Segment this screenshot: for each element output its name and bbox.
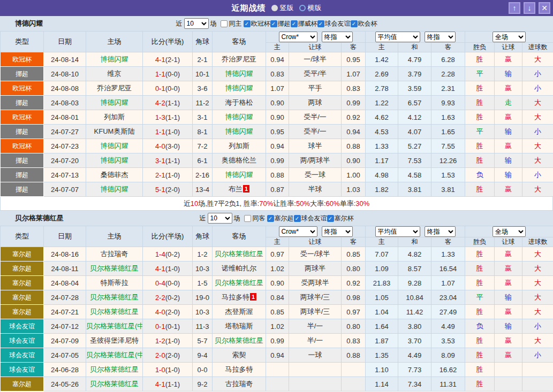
- recent-count-select[interactable]: 10: [208, 213, 232, 224]
- handicap-result-cell: [495, 363, 522, 377]
- recent-count-select[interactable]: 10: [184, 18, 209, 29]
- score-cell: 2-2(0-2): [143, 290, 193, 305]
- recent-label: 近: [200, 214, 206, 223]
- avg-stage-select[interactable]: 终指: [425, 226, 456, 237]
- home-team-cell: 贝尔格莱德红星(中): [86, 319, 143, 334]
- full-time-score: 1-4: [155, 250, 165, 258]
- corner-cell: 5-7: [193, 334, 213, 348]
- half-time-score: (3-0): [165, 142, 180, 150]
- handicap-result-cell: 赢: [495, 139, 522, 153]
- home-team-name: 贝尔格莱德红星(中): [86, 351, 143, 359]
- avg-home-cell: 4.53: [366, 125, 398, 139]
- away-team-name: 马拉多特: [225, 365, 253, 373]
- layout-radio-vertical[interactable]: 竖版: [271, 3, 294, 13]
- avg-away-cell: 2.28: [431, 67, 465, 81]
- half-time-score: (2-1): [165, 56, 180, 64]
- handicap-cell: 受平/半: [289, 67, 342, 81]
- handicap-result-cell: 赢: [495, 182, 522, 197]
- home-odds-cell: [266, 363, 289, 377]
- radio-unselected-icon[interactable]: [299, 5, 306, 11]
- league-label: 挪超: [278, 19, 291, 28]
- avg-stage-select[interactable]: 终指: [425, 32, 456, 42]
- half-time-score: (0-0): [165, 84, 180, 93]
- window-buttons: ↑ ↓ ✕: [509, 2, 550, 14]
- same-venue-checkbox[interactable]: [221, 20, 228, 27]
- full-time-score: 4-1: [155, 56, 165, 64]
- close-button[interactable]: ✕: [539, 2, 550, 14]
- corner-cell: 19-0: [193, 290, 213, 305]
- league-badge: 塞尔超: [1, 262, 43, 275]
- league-checkbox[interactable]: ✓: [267, 215, 274, 222]
- away-team-cell: 贝尔格莱德红星: [213, 276, 266, 290]
- league-type-cell: 挪超: [1, 96, 44, 110]
- half-time-score: (2-0): [165, 308, 180, 316]
- result-cell: 胜: [465, 377, 495, 391]
- scope-select[interactable]: 全场: [493, 32, 526, 42]
- move-up-button[interactable]: ↑: [509, 2, 520, 14]
- league-checkbox[interactable]: ✓: [294, 215, 301, 222]
- league-checkbox[interactable]: ✓: [317, 20, 324, 27]
- home-team-cell: 博德闪耀: [86, 153, 143, 168]
- layout-radio-horizontal[interactable]: 横版: [299, 3, 322, 13]
- bookmaker-select[interactable]: Crow*: [279, 226, 317, 237]
- full-time-score: 1-2: [155, 337, 165, 345]
- check-icon: ✓: [352, 21, 356, 27]
- same-venue-label: 同主: [229, 19, 242, 28]
- same-venue-checkbox[interactable]: [244, 215, 251, 222]
- corner-cell: 7-2: [193, 139, 213, 153]
- full-time-score: 0-1: [155, 84, 165, 93]
- away-odds-cell: 0.98: [342, 290, 366, 305]
- sub-header-avg-home: 主: [366, 237, 398, 247]
- avg-draw-cell: 5.27: [398, 139, 431, 153]
- table-row: 挪超 24-07-27 KFUM奥斯陆 1-1(1-0) 8-1 博德闪耀 0.…: [1, 125, 553, 139]
- league-badge: 挪超: [1, 67, 43, 81]
- away-team-cell: 诺维帕扎尔: [213, 262, 266, 276]
- book-stage-select[interactable]: 终指: [322, 32, 353, 42]
- home-odds-cell: 0.94: [266, 348, 289, 363]
- avg-draw-cell: 3.70: [398, 334, 431, 348]
- result-cell: 平: [465, 67, 495, 81]
- home-team-cell: 贝尔格莱德红星: [86, 305, 143, 319]
- title-cluster: 近期战绩 竖版 横版: [0, 3, 553, 13]
- check-icon: ✓: [328, 216, 332, 221]
- average-select[interactable]: 平均值: [375, 32, 420, 42]
- league-label: 挪威杯: [298, 19, 317, 28]
- scope-select[interactable]: 全场: [493, 226, 526, 237]
- league-checkbox[interactable]: ✓: [270, 20, 277, 27]
- matches-tbody: 欧冠杯 24-08-14 博德闪耀 4-1(2-1) 2-1 乔治罗尼亚 0.9…: [1, 52, 553, 197]
- league-label: 球会友谊: [325, 19, 351, 28]
- corner-cell: 6-1: [193, 153, 213, 168]
- half-time-score: (0-0): [165, 70, 180, 78]
- book-stage-select[interactable]: 终指: [322, 226, 353, 237]
- home-odds-cell: 0.83: [266, 67, 289, 81]
- league-badge: 塞尔超: [1, 290, 43, 304]
- league-type-cell: 欧冠杯: [1, 139, 44, 153]
- home-team-cell: 博德闪耀: [86, 96, 143, 110]
- filter-bar: 近 10 场 同主 ✓ 欧冠杯 ✓ 挪超 ✓ 挪威杯 ✓ 球会友谊 ✓ 欧会杯: [176, 18, 377, 29]
- league-badge: 塞尔超: [1, 305, 43, 319]
- move-down-button[interactable]: ↓: [524, 2, 535, 14]
- full-time-score: 1-0: [155, 366, 165, 374]
- bookmaker-select[interactable]: Crow*: [279, 32, 317, 42]
- score-cell: 4-1(1-1): [143, 377, 193, 391]
- check-icon: ✓: [292, 21, 296, 27]
- matches-tbody: 塞尔超 24-08-16 古拉瑞奇 1-4(0-2) 1-2 贝尔格莱德红星 0…: [1, 247, 553, 391]
- avg-draw-cell: 6.57: [398, 96, 431, 110]
- league-checkbox[interactable]: ✓: [291, 20, 298, 27]
- league-checkbox[interactable]: ✓: [244, 20, 251, 27]
- table-row: 欧冠杯 24-08-08 乔治罗尼亚 0-1(0-0) 3-6 博德闪耀 1.0…: [1, 81, 553, 96]
- league-filter-item: ✓ 塞尔杯: [327, 214, 354, 223]
- league-checkbox[interactable]: ✓: [327, 215, 334, 222]
- date-cell: 24-07-05: [44, 348, 86, 363]
- average-select[interactable]: 平均值: [375, 226, 420, 237]
- handicap-result-cell: 赢: [495, 305, 522, 319]
- corner-cell: 9-2: [193, 377, 213, 391]
- league-checkbox[interactable]: ✓: [351, 20, 358, 27]
- away-team-cell: 杰登斯渥: [213, 305, 266, 319]
- radio-selected-icon[interactable]: [271, 5, 278, 11]
- league-badge: 欧冠杯: [1, 81, 43, 95]
- corner-cell: 10-3: [193, 305, 213, 319]
- corner-cell: 1-2: [193, 247, 213, 262]
- sub-header-avg-draw: 和: [398, 43, 431, 52]
- result-cell: 负: [465, 168, 495, 182]
